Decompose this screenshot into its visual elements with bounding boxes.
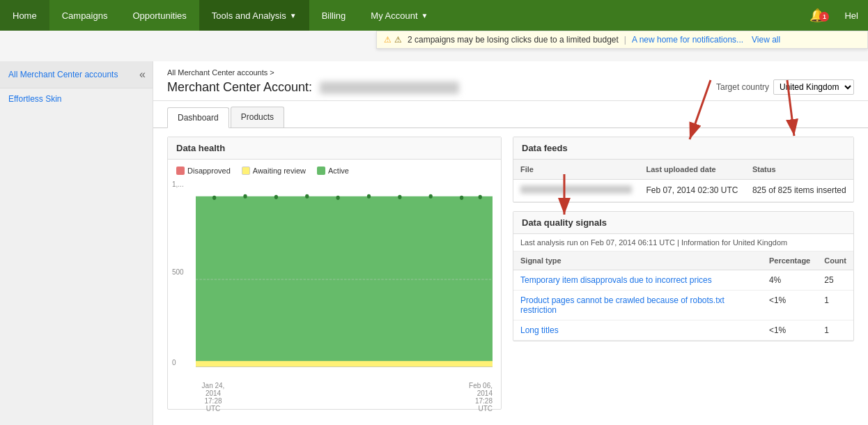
dqs-title: Data quality signals (513, 212, 853, 234)
view-all-button[interactable]: View all (752, 35, 780, 45)
svg-point-3 (243, 194, 247, 199)
page-header: All Merchant Center accounts > Merchant … (153, 61, 868, 101)
bell-badge: 1 (819, 12, 829, 22)
dqs-row-0: Temporary item disapprovals due to incor… (513, 270, 853, 291)
legend-disapproved: Disapproved (176, 167, 231, 175)
legend-awaiting: Awaiting review (242, 167, 306, 175)
y-label-0: 0 (172, 359, 176, 366)
account-id-blurred (320, 82, 459, 94)
tabs: Dashboard Products (153, 107, 868, 128)
breadcrumb[interactable]: All Merchant Center accounts > (167, 68, 854, 77)
chart-area: 1,... 500 0 (168, 179, 501, 409)
feeds-uploaded-cell: Feb 07, 2014 02:30 UTC (639, 180, 745, 202)
nav-tools-arrow: ▼ (290, 12, 297, 20)
sidebar-all-accounts[interactable]: All Merchant Center accounts (8, 70, 118, 79)
feeds-status-cell: 825 of 825 items inserted (745, 180, 853, 202)
dqs-signal-1: Product pages cannot be crawled because … (513, 291, 762, 320)
svg-point-7 (367, 194, 371, 199)
target-country-select[interactable]: United Kingdom (773, 79, 854, 95)
dqs-table: Signal type Percentage Count Temporary i… (513, 252, 853, 341)
data-feeds-title: Data feeds (513, 137, 853, 160)
feeds-row: Feb 07, 2014 02:30 UTC 825 of 825 items … (513, 180, 853, 202)
sidebar-collapse-icon[interactable]: « (139, 68, 146, 81)
sidebar: All Merchant Center accounts « Effortles… (0, 61, 153, 425)
x-label-right: Feb 06, 2014 17:28 UTC (458, 382, 493, 412)
nav-tools-analysis[interactable]: Tools and Analysis ▼ (199, 0, 309, 31)
svg-point-11 (479, 195, 482, 199)
nav-campaigns[interactable]: Campaigns (49, 0, 121, 31)
legend-dot-active (317, 167, 325, 175)
dqs-row-2: Long titles <1% 1 (513, 320, 853, 341)
nav-help[interactable]: Hel (835, 10, 868, 21)
nav-my-account[interactable]: My Account ▼ (358, 0, 440, 31)
svg-point-4 (274, 195, 278, 199)
dqs-pct-1: <1% (762, 291, 817, 320)
notification-bar: ⚠ 2 campaigns may be losing clicks due t… (376, 31, 868, 49)
page-title-row: Merchant Center Account: Target country … (167, 79, 854, 95)
dqs-col-percentage: Percentage (762, 252, 817, 270)
nav-right-area: 🔔 1 Hel (800, 0, 868, 31)
data-health-title: Data health (168, 137, 501, 160)
warning-icon: ⚠ (384, 35, 402, 45)
legend-dot-awaiting (242, 167, 250, 175)
sidebar-header: All Merchant Center accounts « (0, 61, 153, 88)
data-quality-panel: Data quality signals Last analysis run o… (513, 211, 854, 341)
y-label-500: 500 (172, 268, 184, 276)
dqs-count-1: 1 (817, 291, 853, 320)
data-health-panel: Data health Disapproved Awaiting review … (167, 137, 502, 410)
dqs-signal-2: Long titles (513, 320, 762, 341)
legend-dot-disapproved (176, 167, 185, 175)
data-feeds-panel: Data feeds File Last uploaded date Statu… (513, 137, 854, 203)
chart-svg (196, 182, 493, 377)
content-area: Data health Disapproved Awaiting review … (153, 128, 868, 418)
target-country: Target country United Kingdom (716, 79, 854, 95)
svg-point-5 (305, 194, 309, 199)
feeds-file-blurred (520, 185, 632, 194)
nav-home[interactable]: Home (0, 0, 49, 31)
sidebar-account-item[interactable]: Effortless Skin (0, 88, 153, 109)
y-label-top: 1,... (172, 180, 184, 188)
feeds-col-uploaded: Last uploaded date (639, 160, 745, 180)
warning-text: 2 campaigns may be losing clicks due to … (408, 35, 619, 45)
dqs-meta: Last analysis run on Feb 07, 2014 06:11 … (513, 234, 853, 252)
nav-opportunities[interactable]: Opportunities (120, 0, 199, 31)
page-title: Merchant Center Account: (167, 80, 459, 95)
main-content: All Merchant Center accounts > Merchant … (153, 61, 868, 425)
dqs-col-count: Count (817, 252, 853, 270)
chart-x-labels: Jan 24, 2014 17:28 UTC Feb 06, 2014 17:2… (196, 379, 493, 418)
dqs-col-signal: Signal type (513, 252, 762, 270)
dqs-pct-2: <1% (762, 320, 817, 341)
feeds-col-file: File (513, 160, 639, 180)
svg-rect-1 (196, 361, 493, 366)
svg-point-9 (429, 194, 433, 199)
dqs-count-2: 1 (817, 320, 853, 341)
dqs-row-1: Product pages cannot be crawled because … (513, 291, 853, 320)
legend-active: Active (317, 167, 349, 175)
dqs-signal-0: Temporary item disapprovals due to incor… (513, 270, 762, 291)
feeds-file-cell (513, 180, 639, 202)
notif-link[interactable]: A new home for notifications... (632, 35, 743, 45)
notif-divider: | (624, 35, 626, 45)
svg-point-6 (336, 196, 339, 200)
svg-point-8 (398, 195, 401, 199)
right-panels: Data feeds File Last uploaded date Statu… (513, 137, 854, 410)
tab-dashboard[interactable]: Dashboard (167, 107, 229, 128)
top-navigation: Home Campaigns Opportunities Tools and A… (0, 0, 868, 31)
nav-billing[interactable]: Billing (309, 0, 359, 31)
feeds-col-status: Status (745, 160, 853, 180)
dqs-pct-0: 4% (762, 270, 817, 291)
page-body: All Merchant Center accounts « Effortles… (0, 61, 868, 425)
x-label-left: Jan 24, 2014 17:28 UTC (196, 382, 231, 412)
chart-legend: Disapproved Awaiting review Active (168, 160, 501, 179)
tab-products[interactable]: Products (231, 107, 284, 128)
dqs-count-0: 25 (817, 270, 853, 291)
svg-point-2 (212, 196, 216, 200)
svg-point-10 (460, 196, 463, 200)
notifications-bell[interactable]: 🔔 1 (800, 8, 835, 23)
feeds-table: File Last uploaded date Status Feb 07, 2… (513, 160, 853, 202)
nav-account-arrow: ▼ (421, 12, 428, 20)
